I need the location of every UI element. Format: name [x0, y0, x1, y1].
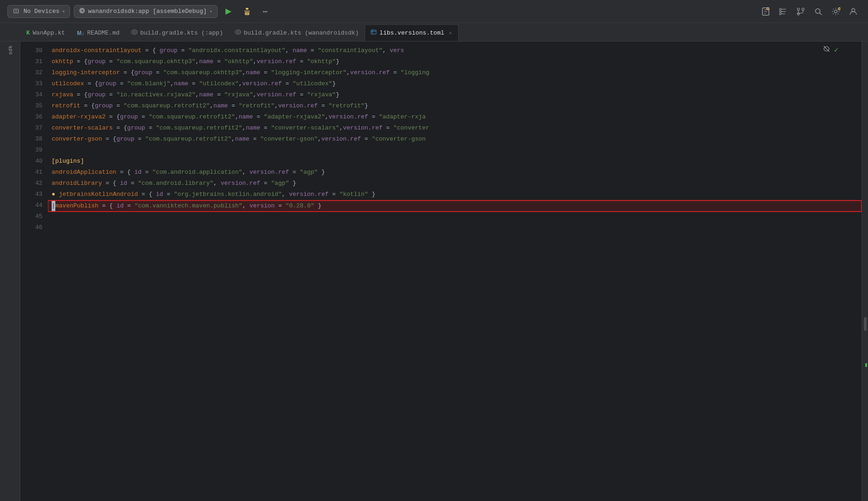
config-chevron-icon: ▾ — [210, 9, 213, 14]
sdk-label: sdk — [7, 45, 13, 54]
tab-libs-versions[interactable]: libs.versions.toml ✕ — [365, 24, 459, 41]
no-devices-button[interactable]: No Devices ▾ — [7, 5, 70, 18]
svg-point-2 — [16, 10, 17, 12]
svg-point-4 — [248, 13, 249, 14]
editor-area: 30 31 32 33 34 35 36 37 38 39 40 41 42 4… — [20, 41, 868, 501]
code-line-45 — [48, 212, 862, 223]
run-config-label: wanandroidsdk:app [assembleDebug] — [88, 8, 207, 15]
tab-wanapp[interactable]: K WanApp.kt — [20, 24, 71, 41]
svg-line-17 — [820, 13, 821, 15]
scrollbar-thumb[interactable] — [864, 317, 867, 331]
toolbar-left: No Devices ▾ wanandroidsdk:app [assemble… — [7, 4, 273, 19]
code-line-36: adapter-rxjava2 = {group = "com.squareup… — [48, 112, 862, 123]
scrollbar-marker-green — [865, 363, 867, 367]
readme-icon: M↓ — [77, 30, 84, 36]
tabs-bar: K WanApp.kt M↓ README.md build.gradle.kt… — [0, 23, 868, 41]
structure-icon[interactable] — [776, 4, 791, 19]
left-gutter: sdk — [0, 41, 20, 501]
vcs-icon[interactable] — [793, 4, 808, 19]
hide-icon — [823, 45, 830, 54]
svg-point-9 — [779, 13, 781, 15]
code-content[interactable]: 30 31 32 33 34 35 36 37 38 39 40 41 42 4… — [20, 41, 868, 501]
code-line-31: okhttp = {group = "com.squareup.okhttp3"… — [48, 56, 862, 67]
code-line-37: converter-scalars = {group = "com.square… — [48, 123, 862, 134]
code-line-40: [plugins] — [48, 156, 862, 167]
no-devices-label: No Devices — [24, 8, 59, 15]
code-line-35: retrofit = {group = "com.squareup.retrof… — [48, 100, 862, 112]
debug-button[interactable] — [240, 4, 254, 19]
tab-libs-versions-label: libs.versions.toml — [379, 29, 444, 36]
code-line-34: rxjava = {group = "io.reactivex.rxjava2"… — [48, 89, 862, 100]
svg-point-21 — [134, 31, 136, 33]
right-scrollbar[interactable] — [862, 41, 868, 501]
code-line-41: androidApplication = { id = "com.android… — [48, 167, 862, 178]
device-icon — [12, 7, 21, 16]
code-line-44: |mavenPublish = { id = "com.vanniktech.m… — [48, 200, 862, 212]
search-icon[interactable] — [811, 4, 826, 19]
code-line-42: androidLibrary = { id = "com.android.lib… — [48, 178, 862, 189]
svg-point-18 — [834, 10, 837, 13]
tab-build-app-label: build.gradle.kts (:app) — [140, 29, 223, 36]
code-line-30: androidx-constraintlayout = { group = "a… — [48, 45, 862, 56]
svg-point-14 — [802, 8, 804, 10]
line-indicators: ✓ — [823, 45, 838, 54]
scrollbar-track — [863, 41, 867, 501]
run-button[interactable]: ▶ — [221, 4, 236, 19]
tab-close-icon[interactable]: ✕ — [448, 29, 453, 36]
bookmark-icon[interactable] — [758, 4, 773, 19]
svg-point-7 — [779, 8, 781, 10]
code-lines: ✓ androidx-constraintlayout = { group = … — [48, 41, 862, 501]
build-sdk-icon — [235, 29, 241, 37]
toolbar: No Devices ▾ wanandroidsdk:app [assemble… — [0, 0, 868, 23]
code-line-39 — [48, 145, 862, 156]
code-line-38: converter-gson = {group = "com.squareup.… — [48, 134, 862, 145]
code-line-43: ● jetbrainsKotlinAndroid = { id = "org.j… — [48, 189, 862, 200]
run-config-icon — [79, 7, 85, 16]
profile-icon[interactable] — [846, 4, 861, 19]
code-line-32: logging-interceptor = {group = "com.squa… — [48, 67, 862, 78]
svg-rect-0 — [14, 9, 18, 13]
wanapp-icon: K — [26, 29, 30, 36]
libs-icon — [371, 29, 377, 37]
toolbar-right — [758, 4, 861, 19]
more-button[interactable]: ⋯ — [258, 4, 273, 19]
run-config-button[interactable]: wanandroidsdk:app [assembleDebug] ▾ — [74, 5, 217, 18]
line-numbers: 30 31 32 33 34 35 36 37 38 39 40 41 42 4… — [20, 41, 48, 501]
build-app-icon — [131, 29, 137, 37]
tab-build-sdk[interactable]: build.gradle.kts (wanandroidsdk) — [229, 24, 365, 41]
svg-point-3 — [245, 13, 246, 14]
tab-readme-label: README.md — [87, 29, 119, 36]
tab-build-sdk-label: build.gradle.kts (wanandroidsdk) — [244, 29, 359, 36]
code-line-46 — [48, 223, 862, 234]
tab-build-app[interactable]: build.gradle.kts (:app) — [125, 24, 229, 41]
svg-point-22 — [237, 31, 239, 33]
svg-point-13 — [797, 8, 800, 10]
svg-point-8 — [779, 11, 781, 12]
tab-readme[interactable]: M↓ README.md — [71, 24, 125, 41]
svg-rect-23 — [371, 30, 376, 34]
code-line-33: utilcodex = {group = "com.blankj",name =… — [48, 78, 862, 89]
settings-icon[interactable] — [828, 4, 843, 19]
check-icon: ✓ — [834, 45, 838, 54]
main-content: sdk 30 31 32 33 34 35 36 37 38 39 40 41 … — [0, 41, 868, 501]
chevron-down-icon: ▾ — [62, 9, 65, 14]
svg-line-26 — [824, 46, 829, 52]
tab-wanapp-label: WanApp.kt — [33, 29, 65, 36]
